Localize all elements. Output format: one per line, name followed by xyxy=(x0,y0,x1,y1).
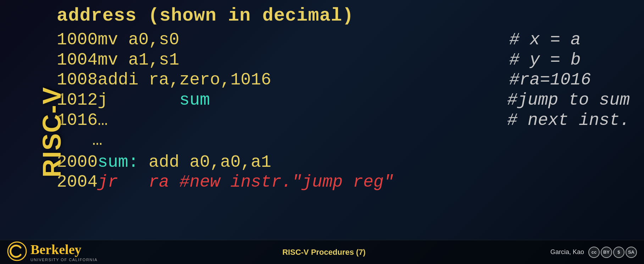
risc-v-label: RISC-V xyxy=(37,87,66,177)
code-line-1012: 1012 j sum #jump to sum xyxy=(57,90,630,110)
berkeley-name: Berkeley xyxy=(30,242,98,257)
berkeley-logo: Berkeley UNIVERSITY OF CALIFORNIA xyxy=(7,241,98,263)
addr-1000: 1000 xyxy=(57,30,98,50)
instr-1008: addi ra,zero,1016 xyxy=(98,70,495,90)
middle-ellipsis: … xyxy=(92,130,630,150)
comment-1008: #ra=1016 xyxy=(509,70,630,90)
instr-1000: mv a0,s0 xyxy=(98,30,495,50)
nc-icon: $ xyxy=(613,247,624,258)
berkeley-seal-icon xyxy=(7,241,27,261)
code-line-2000: 2000 sum: add a0,a0,a1 xyxy=(57,152,630,172)
bottom-right: Garcia, Kao cc BY $ SA xyxy=(550,247,637,258)
instr-1004: mv a1,s1 xyxy=(98,50,495,70)
code-line-1008: 1008 addi ra,zero,1016 #ra=1016 xyxy=(57,70,630,90)
bottom-title-text: RISC-V Procedures xyxy=(282,248,354,257)
bottom-bar: Berkeley UNIVERSITY OF CALIFORNIA RISC-V… xyxy=(0,240,644,264)
code-block: 1000 mv a0,s0 # x = a 1004 mv a1,s1 # y … xyxy=(57,30,630,130)
berkeley-text-block: Berkeley UNIVERSITY OF CALIFORNIA xyxy=(30,242,98,262)
instr-sum-highlight: sum xyxy=(179,90,210,110)
sum-label: sum: xyxy=(98,153,138,172)
sum-section: 2000 sum: add a0,a0,a1 2004 jr ra #new i… xyxy=(57,152,630,192)
berkeley-logo-mark xyxy=(7,241,27,263)
slide-container: RISC-V address (shown in decimal) 1000 m… xyxy=(0,0,644,264)
instr-2000: sum: add a0,a0,a1 xyxy=(98,152,630,172)
instr-2004: jr ra #new instr."jump reg" xyxy=(98,172,630,192)
bottom-title: RISC-V Procedures (7) xyxy=(282,248,366,257)
instr-1016: … xyxy=(98,110,493,131)
comment-1012: #jump to sum xyxy=(507,90,630,110)
comment-2004: #new instr."jump reg" xyxy=(179,172,394,192)
code-line-2004: 2004 jr ra #new instr."jump reg" xyxy=(57,172,630,192)
cc-icon: cc xyxy=(588,247,600,258)
slide-title: address (shown in decimal) xyxy=(57,5,630,26)
license-icons: cc BY $ SA xyxy=(588,247,637,258)
by-icon: BY xyxy=(601,247,612,258)
code-line-1016: 1016 … # next inst. xyxy=(57,110,630,131)
author-name: Garcia, Kao xyxy=(550,248,584,256)
addr-1004: 1004 xyxy=(57,50,98,70)
comment-1000: # x = a xyxy=(509,30,630,50)
university-of-california: UNIVERSITY OF CALIFORNIA xyxy=(30,257,98,262)
comment-1004: # y = b xyxy=(509,50,630,70)
sa-icon: SA xyxy=(626,247,637,258)
code-line-1004: 1004 mv a1,s1 # y = b xyxy=(57,50,630,70)
instr-1012: j sum xyxy=(98,90,493,110)
main-content: address (shown in decimal) 1000 mv a0,s0… xyxy=(43,0,644,240)
comment-1016: # next inst. xyxy=(507,110,630,131)
code-line-1000: 1000 mv a0,s0 # x = a xyxy=(57,30,630,50)
bottom-slide-num-val: (7) xyxy=(356,248,366,257)
